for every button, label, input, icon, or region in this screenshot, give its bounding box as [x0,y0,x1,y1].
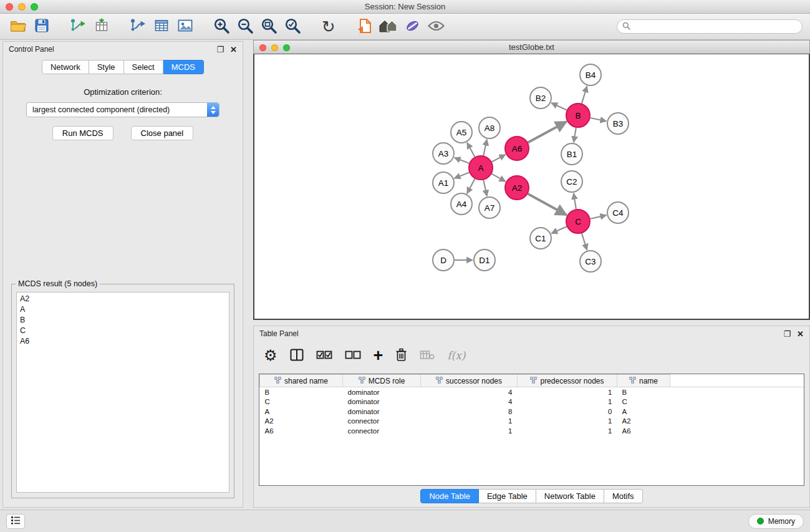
mcds-result-item[interactable]: C [17,326,229,336]
table-cell[interactable]: A2 [260,417,343,427]
graph-edge-A-A6[interactable] [492,155,506,162]
graph-edge-A-A2[interactable] [492,174,506,181]
zoom-fit-button[interactable] [258,16,279,37]
import-table-button[interactable] [91,16,112,37]
graph-edge-A-A5[interactable] [467,143,475,157]
table-cell[interactable]: dominator [343,407,421,417]
delete-table-button[interactable] [420,350,435,362]
graph-edge-A-A8[interactable] [483,140,487,156]
delete-columns-button[interactable] [395,348,407,364]
graph-node-B[interactable]: B [566,104,590,127]
table-cell[interactable]: 8 [421,407,518,417]
run-mcds-button[interactable]: Run MCDS [52,126,113,140]
table-cell[interactable]: dominator [343,397,421,407]
table-tab-edge-table[interactable]: Edge Table [479,489,536,503]
control-tab-select[interactable]: Select [124,60,163,74]
table-cell[interactable]: 1 [421,417,518,427]
control-tab-mcds[interactable]: MCDS [163,60,204,74]
table-cell[interactable]: C [260,397,343,407]
graph-edge-C-C2[interactable] [574,193,576,209]
save-session-button[interactable] [31,16,52,37]
select-all-columns-button[interactable] [316,351,332,361]
column-header-shared-name[interactable]: shared name [260,375,343,387]
graph-edge-A-A3[interactable] [455,158,470,163]
column-header-successor-nodes[interactable]: successor nodes [421,375,518,387]
graph-node-A2[interactable]: A2 [505,176,529,200]
graph-node-C3[interactable]: C3 [580,251,601,272]
table-cell[interactable]: connector [343,426,421,436]
graph-edge-C-C4[interactable] [591,215,607,219]
graph-edge-A6-B[interactable] [528,122,567,142]
network-minimize-button[interactable] [271,44,278,51]
table-cell[interactable]: 1 [421,426,518,436]
table-row-A[interactable]: Adominator80A [260,407,804,417]
table-settings-button[interactable]: ⚙ [264,348,277,363]
graph-node-C2[interactable]: C2 [561,171,582,192]
graph-edge-B-B2[interactable] [551,103,567,110]
float-panel-icon[interactable]: ❐ [216,46,224,54]
table-float-panel-icon[interactable]: ❐ [783,330,791,338]
export-network-button[interactable] [127,16,148,37]
graph-node-B3[interactable]: B3 [607,113,629,134]
table-cell[interactable]: dominator [343,387,421,397]
mcds-result-item[interactable]: B [17,315,229,326]
graph-edge-A-A7[interactable] [483,180,487,196]
table-cell[interactable]: 4 [421,387,518,397]
graph-node-A7[interactable]: A7 [479,197,500,218]
table-cell[interactable]: A6 [260,426,343,436]
task-history-button[interactable] [6,514,25,529]
mcds-result-item[interactable]: A2 [17,294,229,304]
graph-edge-A2-C[interactable] [528,194,567,215]
table-cell[interactable]: 1 [518,397,617,407]
show-columns-button[interactable] [290,349,304,363]
graph-node-A6[interactable]: A6 [505,137,529,160]
zoom-selected-button[interactable] [282,16,303,37]
graph-edge-B-B1[interactable] [574,128,576,142]
close-window-button[interactable] [6,3,13,11]
table-tab-network-table[interactable]: Network Table [536,489,604,503]
show-hide-button[interactable] [425,16,446,37]
column-header-predecessor-nodes[interactable]: predecessor nodes [518,375,617,387]
graph-edge-B-B4[interactable] [582,86,587,104]
network-close-button[interactable] [259,44,266,51]
export-table-button[interactable] [151,16,172,37]
open-session-button[interactable] [7,16,29,37]
graph-node-C4[interactable]: C4 [607,202,629,223]
control-tab-style[interactable]: Style [89,60,124,74]
search-input[interactable] [634,22,797,31]
graph-node-B2[interactable]: B2 [530,87,551,109]
table-cell[interactable]: A6 [617,426,670,436]
toolbar-search[interactable] [617,19,803,34]
graph-edge-C-C3[interactable] [582,233,587,250]
zoom-window-button[interactable] [31,3,38,11]
graph-node-B1[interactable]: B1 [561,143,582,165]
import-network-button[interactable] [67,16,89,37]
create-column-button[interactable]: + [374,347,383,364]
table-cell[interactable]: 4 [421,397,518,407]
table-cell[interactable]: 1 [518,426,617,436]
graph-node-C1[interactable]: C1 [530,228,551,249]
table-cell[interactable]: 0 [518,407,617,417]
table-cell[interactable]: 1 [518,387,617,397]
column-header-mcds-role[interactable]: MCDS role [343,375,421,387]
table-cell[interactable]: A2 [617,417,670,427]
graph-node-A1[interactable]: A1 [433,172,454,193]
table-cell[interactable]: 1 [518,417,617,427]
graph-edge-C-C1[interactable] [551,226,566,233]
table-tab-node-table[interactable]: Node Table [420,489,479,503]
graph-node-A3[interactable]: A3 [433,143,454,164]
table-cell[interactable]: C [617,397,670,407]
deselect-all-columns-button[interactable] [345,351,361,361]
network-canvas[interactable]: B4B2BB3A5A8A6B1A3AC2A1A2A4A7CC4C1C3DD1 [253,54,810,320]
graph-edge-A-A1[interactable] [455,172,470,178]
table-tab-motifs[interactable]: Motifs [604,489,643,503]
minimize-window-button[interactable] [18,3,26,11]
table-cell[interactable]: connector [343,417,421,427]
table-cell[interactable]: A [617,407,670,417]
table-cell[interactable]: B [617,387,670,397]
zoom-in-button[interactable] [211,16,232,37]
graph-node-B4[interactable]: B4 [580,64,601,85]
graph-node-A[interactable]: A [469,156,493,180]
table-cell[interactable]: B [260,387,343,397]
close-panel-button[interactable]: Close panel [131,126,194,140]
